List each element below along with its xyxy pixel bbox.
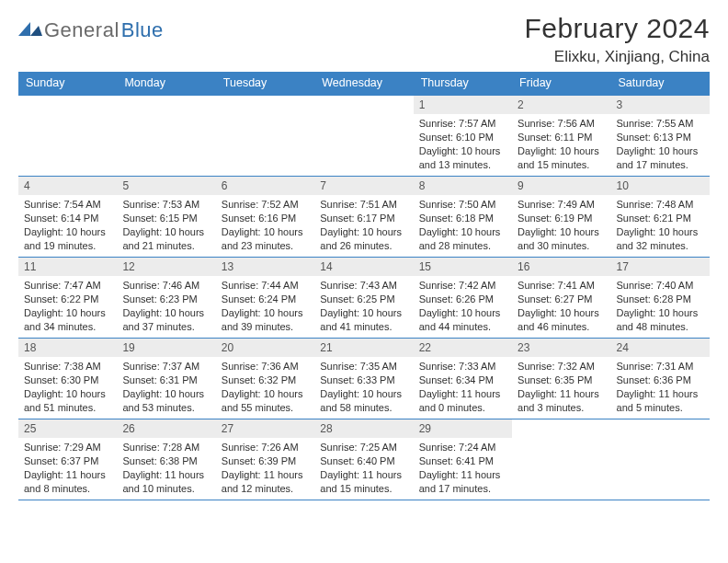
- daylight-text: Daylight: 11 hours and 17 minutes.: [419, 468, 506, 496]
- day-number: 10: [611, 177, 710, 195]
- sunrise-text: Sunrise: 7:28 AM: [122, 441, 210, 454]
- calendar-cell: [611, 419, 710, 500]
- daylight-text: Daylight: 10 hours and 51 minutes.: [24, 387, 111, 415]
- daylight-text: Daylight: 11 hours and 3 minutes.: [518, 387, 605, 415]
- calendar-cell: 6Sunrise: 7:52 AMSunset: 6:16 PMDaylight…: [216, 177, 314, 258]
- day-data: Sunrise: 7:44 AMSunset: 6:24 PMDaylight:…: [216, 276, 314, 337]
- sunrise-text: Sunrise: 7:57 AM: [419, 117, 506, 131]
- day-data: Sunrise: 7:25 AMSunset: 6:40 PMDaylight:…: [314, 438, 413, 499]
- sunset-text: Sunset: 6:18 PM: [419, 212, 506, 225]
- day-number: 20: [216, 339, 314, 357]
- day-number: 9: [512, 177, 610, 195]
- day-number: 3: [611, 96, 710, 114]
- calendar-cell: [512, 419, 610, 500]
- day-number: 2: [512, 96, 610, 114]
- day-data: Sunrise: 7:57 AMSunset: 6:10 PMDaylight:…: [414, 114, 512, 175]
- brand-logo: GeneralBlue: [18, 13, 164, 42]
- day-data: Sunrise: 7:46 AMSunset: 6:23 PMDaylight:…: [117, 276, 215, 337]
- day-number: 7: [314, 177, 413, 195]
- sunrise-text: Sunrise: 7:48 AM: [617, 198, 704, 212]
- month-title: February 2024: [524, 13, 710, 44]
- calendar-cell: [117, 96, 215, 177]
- daylight-text: Daylight: 10 hours and 13 minutes.: [419, 144, 506, 172]
- day-number: 27: [216, 419, 314, 438]
- sunset-text: Sunset: 6:37 PM: [24, 454, 111, 468]
- calendar-week-row: 1Sunrise: 7:57 AMSunset: 6:10 PMDaylight…: [18, 96, 710, 177]
- calendar-week-row: 4Sunrise: 7:54 AMSunset: 6:14 PMDaylight…: [18, 177, 710, 258]
- svg-marker-0: [18, 22, 30, 36]
- day-header: Sunday: [18, 72, 117, 96]
- day-number: 14: [314, 258, 413, 276]
- day-number: 18: [18, 339, 117, 357]
- daylight-text: Daylight: 11 hours and 12 minutes.: [222, 468, 309, 496]
- daylight-text: Daylight: 10 hours and 23 minutes.: [222, 225, 309, 253]
- sunrise-text: Sunrise: 7:56 AM: [518, 117, 605, 131]
- daylight-text: Daylight: 10 hours and 32 minutes.: [617, 225, 704, 253]
- calendar-cell: 24Sunrise: 7:31 AMSunset: 6:36 PMDayligh…: [611, 339, 710, 419]
- day-number: 8: [414, 177, 512, 195]
- sunrise-text: Sunrise: 7:41 AM: [518, 279, 605, 293]
- sunset-text: Sunset: 6:39 PM: [222, 454, 309, 468]
- daylight-text: Daylight: 10 hours and 39 minutes.: [222, 306, 309, 334]
- day-number: 25: [18, 419, 117, 438]
- day-number: 23: [512, 339, 610, 357]
- day-data: Sunrise: 7:54 AMSunset: 6:14 PMDaylight:…: [18, 195, 117, 256]
- day-data: Sunrise: 7:41 AMSunset: 6:27 PMDaylight:…: [512, 276, 610, 337]
- daylight-text: Daylight: 11 hours and 10 minutes.: [122, 468, 210, 496]
- day-data: Sunrise: 7:53 AMSunset: 6:15 PMDaylight:…: [117, 195, 215, 256]
- sunrise-text: Sunrise: 7:46 AM: [122, 279, 210, 293]
- calendar-table: Sunday Monday Tuesday Wednesday Thursday…: [18, 72, 710, 500]
- sunset-text: Sunset: 6:26 PM: [419, 293, 506, 306]
- day-number: 1: [414, 96, 512, 114]
- calendar-cell: 20Sunrise: 7:36 AMSunset: 6:32 PMDayligh…: [216, 339, 314, 419]
- calendar-cell: 11Sunrise: 7:47 AMSunset: 6:22 PMDayligh…: [18, 258, 117, 339]
- day-data: Sunrise: 7:38 AMSunset: 6:30 PMDaylight:…: [18, 357, 117, 418]
- sunrise-text: Sunrise: 7:38 AM: [24, 360, 111, 373]
- day-data: Sunrise: 7:36 AMSunset: 6:32 PMDaylight:…: [216, 357, 314, 418]
- day-data: Sunrise: 7:50 AMSunset: 6:18 PMDaylight:…: [414, 195, 512, 256]
- sunset-text: Sunset: 6:34 PM: [419, 373, 506, 387]
- brand-name-part2: Blue: [121, 18, 164, 42]
- day-number: 13: [216, 258, 314, 276]
- sunset-text: Sunset: 6:32 PM: [222, 373, 309, 387]
- calendar-cell: 8Sunrise: 7:50 AMSunset: 6:18 PMDaylight…: [414, 177, 512, 258]
- day-data: Sunrise: 7:29 AMSunset: 6:37 PMDaylight:…: [18, 438, 117, 499]
- day-number: 28: [314, 419, 413, 438]
- calendar-cell: 10Sunrise: 7:48 AMSunset: 6:21 PMDayligh…: [611, 177, 710, 258]
- calendar-cell: 23Sunrise: 7:32 AMSunset: 6:35 PMDayligh…: [512, 339, 610, 419]
- calendar-cell: 22Sunrise: 7:33 AMSunset: 6:34 PMDayligh…: [414, 339, 512, 419]
- brand-mark-icon: [18, 19, 42, 41]
- daylight-text: Daylight: 10 hours and 34 minutes.: [24, 306, 111, 334]
- calendar-cell: 12Sunrise: 7:46 AMSunset: 6:23 PMDayligh…: [117, 258, 215, 339]
- sunrise-text: Sunrise: 7:25 AM: [320, 441, 407, 454]
- sunrise-text: Sunrise: 7:29 AM: [24, 441, 111, 454]
- sunrise-text: Sunrise: 7:43 AM: [320, 279, 407, 293]
- calendar-cell: 3Sunrise: 7:55 AMSunset: 6:13 PMDaylight…: [611, 96, 710, 177]
- title-block: February 2024 Elixku, Xinjiang, China: [524, 13, 710, 66]
- sunset-text: Sunset: 6:16 PM: [222, 212, 309, 225]
- sunset-text: Sunset: 6:36 PM: [617, 373, 704, 387]
- sunset-text: Sunset: 6:38 PM: [122, 454, 210, 468]
- sunrise-text: Sunrise: 7:54 AM: [24, 198, 111, 212]
- daylight-text: Daylight: 10 hours and 41 minutes.: [320, 306, 407, 334]
- sunset-text: Sunset: 6:28 PM: [617, 293, 704, 306]
- brand-name-part1: General: [44, 18, 119, 42]
- calendar-cell: 14Sunrise: 7:43 AMSunset: 6:25 PMDayligh…: [314, 258, 413, 339]
- day-data: Sunrise: 7:40 AMSunset: 6:28 PMDaylight:…: [611, 276, 710, 337]
- calendar-cell: 15Sunrise: 7:42 AMSunset: 6:26 PMDayligh…: [414, 258, 512, 339]
- calendar-header-row: Sunday Monday Tuesday Wednesday Thursday…: [18, 72, 710, 96]
- calendar-cell: [18, 96, 117, 177]
- sunset-text: Sunset: 6:33 PM: [320, 373, 407, 387]
- calendar-cell: 25Sunrise: 7:29 AMSunset: 6:37 PMDayligh…: [18, 419, 117, 500]
- sunset-text: Sunset: 6:13 PM: [617, 131, 704, 144]
- calendar-cell: 27Sunrise: 7:26 AMSunset: 6:39 PMDayligh…: [216, 419, 314, 500]
- sunrise-text: Sunrise: 7:53 AM: [122, 198, 210, 212]
- calendar-cell: 7Sunrise: 7:51 AMSunset: 6:17 PMDaylight…: [314, 177, 413, 258]
- day-data: Sunrise: 7:47 AMSunset: 6:22 PMDaylight:…: [18, 276, 117, 337]
- calendar-cell: 16Sunrise: 7:41 AMSunset: 6:27 PMDayligh…: [512, 258, 610, 339]
- sunset-text: Sunset: 6:15 PM: [122, 212, 210, 225]
- sunrise-text: Sunrise: 7:33 AM: [419, 360, 506, 373]
- calendar-cell: 17Sunrise: 7:40 AMSunset: 6:28 PMDayligh…: [611, 258, 710, 339]
- day-header: Friday: [512, 72, 610, 96]
- day-number: 24: [611, 339, 710, 357]
